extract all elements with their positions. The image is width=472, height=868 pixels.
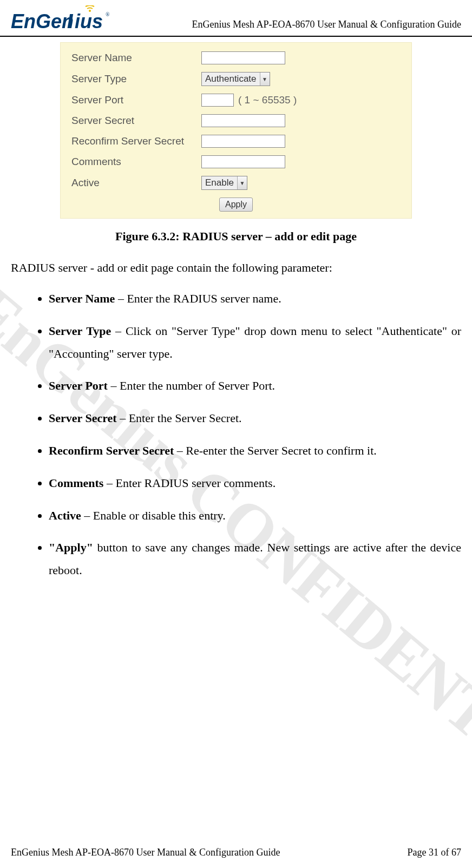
figure-caption: Figure 6.3.2: RADIUS server – add or edi… xyxy=(11,229,461,244)
input-server-port[interactable] xyxy=(201,94,234,107)
param-desc: – Click on "Server Type" drop down menu … xyxy=(49,324,461,360)
footer-doc-title: EnGenius Mesh AP-EOA-8670 User Manual & … xyxy=(11,847,280,858)
server-port-hint: ( 1 ~ 65535 ) xyxy=(238,94,297,106)
radius-server-form: Server Name Server Type Authenticate ▼ S… xyxy=(60,42,412,219)
label-server-port: Server Port xyxy=(71,94,201,106)
label-server-name: Server Name xyxy=(71,52,201,64)
parameter-list: Server Name – Enter the RADIUS server na… xyxy=(11,287,461,582)
param-name: Reconfirm Server Secret xyxy=(49,444,174,457)
param-name: Server Name xyxy=(49,292,115,305)
select-server-type[interactable]: Authenticate ▼ xyxy=(201,72,270,86)
brand-logo: EnGen ius ® xyxy=(11,5,114,32)
list-item: "Apply" button to save any changes made.… xyxy=(49,536,461,582)
svg-text:®: ® xyxy=(106,11,110,17)
list-item: Server Port – Enter the number of Server… xyxy=(49,374,461,397)
list-item: Active – Enable or disable this entry. xyxy=(49,504,461,527)
intro-paragraph: RADIUS server - add or edit page contain… xyxy=(11,259,461,277)
input-comments[interactable] xyxy=(201,155,285,168)
chevron-down-icon: ▼ xyxy=(260,73,270,86)
param-desc: – Re-enter the Server Secret to confirm … xyxy=(174,444,376,457)
list-item: Server Type – Click on "Server Type" dro… xyxy=(49,320,461,365)
param-name: Server Secret xyxy=(49,411,117,425)
engenius-logo-icon: EnGen ius ® xyxy=(11,5,114,32)
label-server-type: Server Type xyxy=(71,73,201,85)
footer-page-number: Page 31 of 67 xyxy=(408,847,461,858)
row-server-port: Server Port ( 1 ~ 65535 ) xyxy=(71,94,401,107)
row-reconfirm-secret: Reconfirm Server Secret xyxy=(71,135,401,148)
select-server-type-value: Authenticate xyxy=(202,74,260,84)
label-server-secret: Server Secret xyxy=(71,115,201,127)
param-name: Server Type xyxy=(49,324,111,338)
list-item: Comments – Enter RADIUS server comments. xyxy=(49,472,461,495)
apply-button[interactable]: Apply xyxy=(219,198,253,212)
row-server-name: Server Name xyxy=(71,51,401,64)
param-name: "Apply" xyxy=(49,541,93,554)
list-item: Reconfirm Server Secret – Re-enter the S… xyxy=(49,439,461,462)
chevron-down-icon: ▼ xyxy=(237,176,247,189)
param-desc: – Enter the Server Secret. xyxy=(117,411,242,425)
param-name: Active xyxy=(49,509,81,522)
label-reconfirm-secret: Reconfirm Server Secret xyxy=(71,135,201,147)
list-item: Server Secret – Enter the Server Secret. xyxy=(49,407,461,430)
document-title: EnGenius Mesh AP-EOA-8670 User Manual & … xyxy=(192,19,461,32)
label-active: Active xyxy=(71,177,201,189)
row-server-type: Server Type Authenticate ▼ xyxy=(71,72,401,86)
select-active[interactable]: Enable ▼ xyxy=(201,176,247,190)
svg-text:EnGen: EnGen xyxy=(11,10,74,32)
input-reconfirm-secret[interactable] xyxy=(201,135,285,148)
param-desc: button to save any changes made. New set… xyxy=(49,541,461,577)
row-active: Active Enable ▼ xyxy=(71,176,401,190)
param-desc: – Enter the number of Server Port. xyxy=(108,379,275,392)
param-desc: – Enter the RADIUS server name. xyxy=(115,292,281,305)
list-item: Server Name – Enter the RADIUS server na… xyxy=(49,287,461,310)
page-footer: EnGenius Mesh AP-EOA-8670 User Manual & … xyxy=(11,847,461,858)
page-header: EnGen ius ® EnGenius Mesh AP-EOA-8670 Us… xyxy=(0,0,472,37)
select-active-value: Enable xyxy=(202,177,237,188)
input-server-secret[interactable] xyxy=(201,114,285,127)
param-name: Server Port xyxy=(49,379,108,392)
svg-text:ius: ius xyxy=(75,10,103,32)
param-name: Comments xyxy=(49,476,103,490)
param-desc: – Enter RADIUS server comments. xyxy=(103,476,276,490)
input-server-name[interactable] xyxy=(201,51,285,64)
label-comments: Comments xyxy=(71,156,201,168)
row-server-secret: Server Secret xyxy=(71,114,401,127)
param-desc: – Enable or disable this entry. xyxy=(81,509,226,522)
row-comments: Comments xyxy=(71,155,401,168)
